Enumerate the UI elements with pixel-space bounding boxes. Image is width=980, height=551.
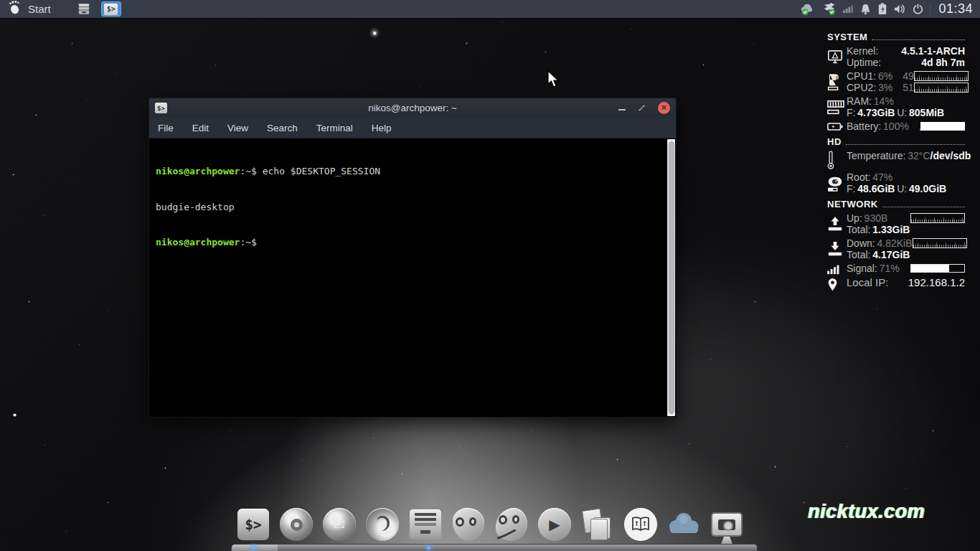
terminal-icon: $> — [104, 4, 118, 15]
terminal-line-prompt: nikos@archpower:~$ — [156, 237, 661, 249]
up-total: 1.33GiB — [872, 224, 910, 235]
root-free: 48.6GiB — [857, 183, 895, 194]
dock-screenshot[interactable] — [710, 507, 743, 542]
play-icon: ▶ — [538, 508, 571, 541]
dock-chromium[interactable] — [280, 507, 313, 542]
running-indicator-files — [427, 546, 430, 550]
gnome-foot-icon — [7, 0, 22, 18]
conky-download-row: Down: 4.82KiB Total: 4.17GiB — [827, 237, 965, 260]
window-list: $> — [74, 0, 121, 18]
owncloud-icon — [666, 511, 701, 538]
scrollbar-thumb[interactable] — [669, 141, 674, 414]
location-pin-icon — [827, 277, 847, 292]
conky-monitor: SYSTEM Kernel:4.5.1-1-ARCH Uptime:4d 8h … — [827, 27, 965, 294]
tasklist-terminal-button[interactable]: $> — [101, 1, 121, 17]
conky-kernel-row: Kernel:4.5.1-1-ARCH Uptime:4d 8h 7m — [827, 45, 965, 68]
dock-media-player[interactable]: ▶ — [538, 507, 571, 542]
ram-used: 805MiB — [909, 107, 944, 118]
window-controls: × — [618, 102, 670, 115]
dock-evolution[interactable]: ✉ — [323, 507, 356, 542]
conky-system-header: SYSTEM — [827, 32, 965, 42]
terminal-icon: $> — [237, 509, 269, 540]
start-label: Start — [28, 3, 51, 15]
owncloud-sync-icon[interactable] — [800, 3, 816, 16]
minimize-button[interactable] — [618, 109, 626, 110]
root-percent: 47% — [872, 171, 892, 183]
conky-ram-row: RAM: 14% F: 4.73GiB U: 805MiB — [827, 95, 965, 118]
hdd-icon — [827, 171, 847, 194]
plank-dock-edge[interactable] — [231, 544, 758, 551]
power-icon[interactable] — [913, 4, 923, 15]
close-button[interactable]: × — [658, 102, 670, 114]
cpu2-graph — [914, 83, 969, 93]
ram-percent: 14% — [874, 95, 894, 107]
dock-gimp[interactable] — [495, 507, 528, 542]
tasklist-files-button[interactable] — [74, 1, 94, 17]
battery-bar — [920, 122, 965, 131]
terminal-line-command: nikos@archpower:~$ echo $DESKTOP_SESSION — [156, 166, 661, 178]
hd-temp: 32°C — [908, 150, 930, 161]
clock[interactable]: 01:34 — [937, 1, 973, 17]
conky-signal-row: Signal: 71% — [827, 263, 965, 275]
up-rate: 930B — [864, 212, 888, 224]
ram-icon — [827, 95, 847, 118]
conky-battery-row: Battery: 100% — [827, 121, 965, 132]
conky-root-row: Root: 47% F: 48.6GiB U: 49.0GiB — [827, 171, 965, 194]
gimp-icon — [496, 508, 527, 541]
conky-upload-row: Up: 930B Total: 1.33GiB — [827, 212, 965, 235]
cpu1-graph — [914, 71, 969, 81]
chromium-icon — [280, 508, 313, 541]
down-rate: 4.82KiB — [877, 237, 913, 249]
arch-monitor-icon — [827, 45, 847, 68]
cpu1-temp: 49 — [903, 70, 914, 82]
down-total: 4.17GiB — [872, 249, 910, 260]
open-book-icon — [624, 508, 657, 541]
menu-file[interactable]: File — [158, 123, 174, 133]
hd-device: /dev/sdb — [930, 150, 971, 161]
start-menu-button[interactable]: Start — [0, 0, 58, 18]
upload-icon — [827, 212, 847, 235]
terminal-content[interactable]: nikos@archpower:~$ echo $DESKTOP_SESSION… — [149, 138, 676, 417]
running-indicator-terminal — [252, 546, 255, 550]
conky-network-header: NETWORK — [827, 199, 965, 209]
screenshot-icon — [711, 512, 743, 537]
dock-documents[interactable] — [581, 507, 614, 542]
download-icon — [827, 237, 847, 260]
dock-owncloud[interactable] — [667, 507, 700, 542]
system-tray: 01:34 — [800, 0, 980, 18]
kernel-version: 4.5.1-1-ARCH — [901, 45, 965, 57]
terminal-menubar: File Edit View Search Terminal Help — [149, 118, 676, 138]
signal-bars-icon — [827, 263, 847, 275]
notifications-bell-icon[interactable] — [860, 4, 871, 15]
restore-button[interactable] — [638, 102, 646, 115]
battery-charging-icon[interactable] — [877, 3, 887, 15]
dropbox-icon[interactable] — [822, 3, 837, 16]
cpu2-temp: 51 — [903, 82, 914, 93]
documents-icon — [582, 509, 613, 540]
menu-search[interactable]: Search — [267, 123, 298, 133]
dock-manual[interactable] — [624, 507, 657, 542]
signal-percent: 71% — [880, 263, 900, 274]
terminal-titlebar[interactable]: $> nikos@archpower: ~ × — [149, 98, 676, 118]
file-cabinet-icon — [410, 509, 441, 540]
pidgin-icon — [453, 508, 484, 541]
volume-icon[interactable] — [894, 4, 906, 14]
upload-graph — [910, 213, 965, 223]
menu-help[interactable]: Help — [372, 123, 392, 133]
cpu1-percent: 6% — [878, 70, 892, 82]
dock-terminal[interactable]: $> — [237, 507, 270, 542]
top-panel: Start $> — [0, 0, 980, 18]
terminal-scrollbar[interactable] — [667, 139, 675, 416]
menu-terminal[interactable]: Terminal — [316, 123, 353, 133]
dock-file-manager[interactable] — [409, 507, 442, 542]
download-graph — [913, 238, 967, 248]
menu-view[interactable]: View — [227, 123, 248, 133]
terminal-window: $> nikos@archpower: ~ × File Edit View S… — [149, 98, 677, 418]
conky-hd-header: HD — [827, 136, 965, 147]
menu-edit[interactable]: Edit — [192, 123, 209, 133]
cpu-icon — [827, 70, 847, 93]
dock-pidgin[interactable] — [452, 507, 485, 542]
dock-firefox[interactable] — [366, 507, 399, 542]
network-signal-icon[interactable] — [843, 4, 854, 14]
evolution-icon: ✉ — [323, 508, 356, 541]
